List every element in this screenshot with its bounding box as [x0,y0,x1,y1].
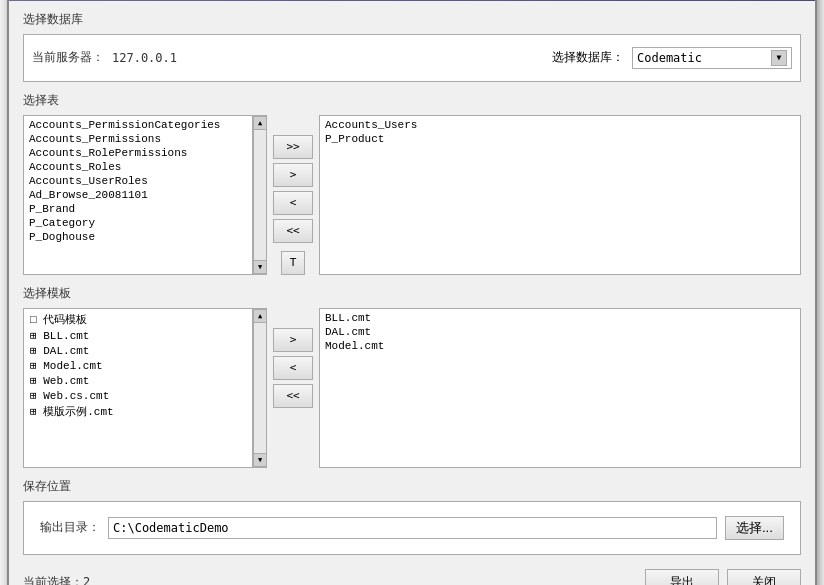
table-left-list-item[interactable]: Accounts_Roles [26,160,250,174]
template-scroll-up-btn[interactable]: ▲ [253,309,267,323]
save-row: 输出目录： 选择... [32,510,792,546]
dropdown-arrow-icon: ▼ [771,50,787,66]
template-tree-item[interactable]: ⊞ DAL.cmt [26,343,250,358]
template-tree-item[interactable]: ⊞ Web.cmt [26,373,250,388]
scroll-down-btn[interactable]: ▼ [253,260,267,274]
template-right-list-item[interactable]: DAL.cmt [322,325,798,339]
table-right-btn[interactable]: > [273,163,313,187]
template-btn-col: > < << [273,308,313,408]
output-input[interactable] [108,517,717,539]
table-left-wrapper: Accounts_PermissionCategoriesAccounts_Pe… [23,115,267,275]
server-value: 127.0.0.1 [112,51,177,65]
output-label: 输出目录： [40,519,100,536]
template-section-title: 选择模板 [23,285,801,302]
table-t-btn[interactable]: T [281,251,305,275]
browse-button[interactable]: 选择... [725,516,784,540]
scroll-track [254,130,266,260]
db-section-title: 选择数据库 [23,11,801,28]
table-left-scrollbar[interactable]: ▲ ▼ [253,115,267,275]
table-left-list-item[interactable]: P_Brand [26,202,250,216]
save-section: 保存位置 输出目录： 选择... [23,478,801,555]
table-left-list-item[interactable]: Accounts_UserRoles [26,174,250,188]
scroll-up-btn[interactable]: ▲ [253,116,267,130]
table-right-list[interactable]: Accounts_UsersP_Product [319,115,801,275]
save-section-box: 输出目录： 选择... [23,501,801,555]
server-label: 当前服务器： [32,49,104,66]
template-layout: □ 代码模板 ⊞ BLL.cmt ⊞ DAL.cmt ⊞ Model.cmt ⊞… [23,308,801,468]
db-dropdown[interactable]: Codematic ▼ [632,47,792,69]
template-tree-item[interactable]: ⊞ BLL.cmt [26,328,250,343]
table-left-btn[interactable]: < [273,191,313,215]
export-button[interactable]: 导出 [645,569,719,586]
template-right-list-item[interactable]: BLL.cmt [322,311,798,325]
table-left-list-item[interactable]: Ad_Browse_20081101 [26,188,250,202]
select-db-label: 选择数据库： [552,49,624,66]
table-right-list-item[interactable]: Accounts_Users [322,118,798,132]
table-all-right-btn[interactable]: >> [273,135,313,159]
table-left-list-item[interactable]: Accounts_PermissionCategories [26,118,250,132]
template-all-left-btn[interactable]: << [273,384,313,408]
table-right-list-item[interactable]: P_Product [322,132,798,146]
table-left-list-item[interactable]: P_Doghouse [26,230,250,244]
save-section-title: 保存位置 [23,478,801,495]
main-window: ⚙ 模板代码批量生成 ✕ 选择数据库 当前服务器： 127.0.0.1 选择数据… [7,0,817,585]
template-left-scrollbar[interactable]: ▲ ▼ [253,308,267,468]
template-scroll-track [254,323,266,453]
template-right-list-item[interactable]: Model.cmt [322,339,798,353]
footer-row: 当前选择：2 导出 关闭 [23,565,801,586]
table-layout: Accounts_PermissionCategoriesAccounts_Pe… [23,115,801,275]
window-body: 选择数据库 当前服务器： 127.0.0.1 选择数据库： Codematic … [9,1,815,586]
db-row: 当前服务器： 127.0.0.1 选择数据库： Codematic ▼ [32,43,792,73]
template-scroll-down-btn[interactable]: ▼ [253,453,267,467]
db-dropdown-value: Codematic [637,51,702,65]
table-left-list-item[interactable]: P_Category [26,216,250,230]
template-tree-item[interactable]: ⊞ 模版示例.cmt [26,403,250,420]
footer-buttons: 导出 关闭 [645,569,801,586]
table-left-list-item[interactable]: Accounts_RolePermissions [26,146,250,160]
template-left-btn[interactable]: < [273,356,313,380]
template-left-list[interactable]: □ 代码模板 ⊞ BLL.cmt ⊞ DAL.cmt ⊞ Model.cmt ⊞… [23,308,253,468]
template-tree-item[interactable]: ⊞ Model.cmt [26,358,250,373]
table-section-title: 选择表 [23,92,801,109]
close-main-button[interactable]: 关闭 [727,569,801,586]
table-left-list-item[interactable]: Accounts_Permissions [26,132,250,146]
template-right-list[interactable]: BLL.cmtDAL.cmtModel.cmt [319,308,801,468]
table-all-left-btn[interactable]: << [273,219,313,243]
template-left-wrapper: □ 代码模板 ⊞ BLL.cmt ⊞ DAL.cmt ⊞ Model.cmt ⊞… [23,308,267,468]
template-right-btn[interactable]: > [273,328,313,352]
template-tree-item[interactable]: □ 代码模板 [26,311,250,328]
template-tree-item[interactable]: ⊞ Web.cs.cmt [26,388,250,403]
db-section-box: 当前服务器： 127.0.0.1 选择数据库： Codematic ▼ [23,34,801,82]
table-left-list[interactable]: Accounts_PermissionCategoriesAccounts_Pe… [23,115,253,275]
table-section: 选择表 Accounts_PermissionCategoriesAccount… [23,92,801,275]
status-text: 当前选择：2 [23,574,90,585]
template-section: 选择模板 □ 代码模板 ⊞ BLL.cmt ⊞ DAL.cmt ⊞ Model.… [23,285,801,468]
table-btn-col: >> > < << T [273,115,313,275]
